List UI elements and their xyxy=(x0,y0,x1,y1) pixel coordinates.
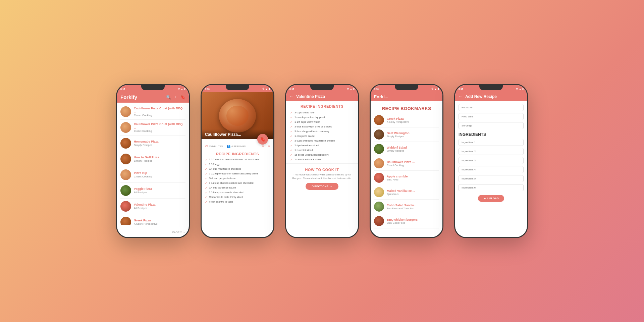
ingredient-item-3: ✓ 3 tbps chopped fresh rosemary xyxy=(286,129,358,134)
back-button-5[interactable]: ← xyxy=(459,94,463,99)
check-icon-2: ✓ xyxy=(205,158,207,161)
minus-icon[interactable]: ⊖ xyxy=(262,145,264,148)
input-servings[interactable] xyxy=(459,122,524,129)
ingredient-text-2: 1 1/2 cup chicken cooked and shredded xyxy=(209,181,254,184)
ingredient-item-3: ✓ 1 envelope active dry yeast xyxy=(286,115,358,120)
battery-icon-5: ▮ xyxy=(522,88,524,90)
bookmark-source: A Spicy Perspective xyxy=(387,120,409,123)
check-icon-2: ✓ xyxy=(205,163,207,166)
bookmark-title: Greek Pizza xyxy=(387,117,409,120)
ingredient-item-3: ✓ 1 1/4 cups warm water xyxy=(286,120,358,124)
bt-icon: ⚙ xyxy=(178,88,180,90)
bookmark-item[interactable]: Cauliflower Pizza ... Closet Cooking xyxy=(371,157,442,170)
add-icon-1[interactable]: ＋ xyxy=(174,94,178,100)
upload-label: UPLOAD xyxy=(487,197,499,200)
recipe-image-title: Cauliflower Pizza... xyxy=(205,132,241,137)
directions-button[interactable]: DIRECTIONS → xyxy=(306,183,338,190)
recipe-list-item[interactable]: Homemade Pizza Simply Recipes xyxy=(117,136,189,150)
recipe-thumb xyxy=(120,185,131,196)
ingredient-input-fields xyxy=(459,139,524,193)
ingredient-text-3: 1 zucchini sliced xyxy=(294,149,313,152)
bookmark-source: BBC Food xyxy=(387,178,408,181)
ingredient-input-1[interactable] xyxy=(459,139,524,146)
recipe-list-item[interactable]: Greek Pizza A Spicy Perspective xyxy=(117,215,189,225)
bookmark-source: Simply Recipes xyxy=(387,135,410,138)
ingredient-input-2[interactable] xyxy=(459,148,524,155)
bookmark-item[interactable]: Beef Wellington Simply Recipes xyxy=(371,128,442,141)
recipe-title: Valentine Pizza xyxy=(134,203,156,207)
recipe-list-item[interactable]: Valentine Pizza All Recipes xyxy=(117,199,189,213)
upload-button[interactable]: ☁ UPLOAD xyxy=(478,195,504,202)
recipe-list-item[interactable]: Veggie Pizza All Recipes xyxy=(117,183,189,198)
upload-cloud-icon: ☁ xyxy=(483,197,486,200)
ingredient-item-3: ✓ 3 cups bread flour xyxy=(286,110,358,115)
phone-notch-1 xyxy=(141,85,165,90)
bookmark-item[interactable]: Apple crumble BBC Food xyxy=(371,171,442,184)
recipe-source: Closet Cooking xyxy=(134,129,185,132)
input-publisher[interactable] xyxy=(459,104,524,111)
ingredient-item-2: ✓ 1 1/8 cup mozzarella shredded xyxy=(202,190,273,195)
recipe-list-item[interactable]: Pizza Dip Closet Cooking xyxy=(117,168,189,182)
bookmark-item[interactable]: Waldorf Salad Simply Recipes xyxy=(371,143,442,155)
bookmark-button-2[interactable]: 🔖 xyxy=(257,134,268,145)
bookmark-info: Cobb Salad Sandw... Two Peas and Their P… xyxy=(387,204,416,210)
bookmark-item[interactable]: Cobb Salad Sandw... Two Peas and Their P… xyxy=(371,200,442,213)
ingredient-input-5[interactable] xyxy=(459,175,524,182)
recipe-thumb xyxy=(120,106,131,117)
pagination-footer[interactable]: PAGE 2 → xyxy=(172,231,185,234)
bookmark-thumb xyxy=(374,216,384,226)
directions-label: DIRECTIONS xyxy=(312,185,328,188)
ingredient-input-3[interactable] xyxy=(459,157,524,164)
recipe-list-item[interactable]: Cauliflower Pizza Crust (with BBQ ... Cl… xyxy=(117,120,189,135)
bookmark-info: BBQ chicken burgers BBC Good Food xyxy=(387,218,418,224)
bookmark-source: BBC Good Food xyxy=(387,221,418,224)
recipe-fields xyxy=(459,104,524,131)
ingredient-text-2: 3/4 cup mozzarella shredded xyxy=(209,167,241,170)
ingredient-text-2: 1 1/2 egg xyxy=(209,163,219,166)
back-button-3[interactable]: ← xyxy=(289,94,293,99)
add-recipe-header: ← Add New Recipe xyxy=(455,92,527,101)
status-icons-2: ⚙ ▲ ▮ xyxy=(262,88,270,90)
battery-icon-3: ▮ xyxy=(353,88,355,90)
check-icon-3: ✓ xyxy=(290,130,292,133)
recipe-hero-image: Cauliflower Pizza... 🔖 xyxy=(202,92,273,139)
wifi-icon: ▲ xyxy=(181,88,183,90)
recipe-info: Valentine Pizza All Recipes xyxy=(134,203,156,210)
recipe-list-item[interactable]: How to Grill Pizza Simply Recipes xyxy=(117,152,189,166)
bookmark-icon-1[interactable]: 🔖 xyxy=(180,95,185,100)
bookmark-item[interactable]: Malted Vanilla Ice ... Epicurious xyxy=(371,186,442,199)
plus-icon[interactable]: ⊕ xyxy=(268,145,270,148)
bt-icon-2: ⚙ xyxy=(262,88,264,90)
detail-scroll: Cauliflower Pizza... 🔖 ⏱ 75 MINUTES 👥 6 … xyxy=(202,92,273,237)
status-icons-5: ⚙ ▲ ▮ xyxy=(516,88,524,90)
check-icon-3: ✓ xyxy=(290,144,292,147)
ingredient-item-3: ✓ 3 cups shredded mozzarella cheese xyxy=(286,139,358,143)
page-label: PAGE 2 xyxy=(172,231,182,234)
recipe-title: Greek Pizza xyxy=(134,219,158,222)
ingredient-text-2: Red onion to taste thinly sliced xyxy=(209,196,243,199)
phone-notch-3 xyxy=(310,85,334,90)
bookmark-item[interactable]: BBQ chicken burgers BBC Good Food xyxy=(371,215,442,227)
ingredient-input-4[interactable] xyxy=(459,166,524,173)
bookmark-thumb xyxy=(374,144,384,154)
recipe-info: How to Grill Pizza Simply Recipes xyxy=(134,156,159,162)
phone-add-recipe: 8:16 ⚙ ▲ ▮ ← Add New Recipe INGREDIENTS … xyxy=(454,84,528,238)
bookmark-source: Epicurious xyxy=(387,193,415,196)
search-icon-1[interactable]: 🔍 xyxy=(166,95,171,100)
check-icon-3: ✓ xyxy=(290,125,292,128)
recipe-list-item[interactable]: Cauliflower Pizza Crust (with BBQ ... Cl… xyxy=(117,105,189,119)
ingredient-input-6[interactable] xyxy=(459,184,524,191)
bookmark-source: Simply Recipes xyxy=(387,149,407,152)
bookmark-title: Apple crumble xyxy=(387,175,408,178)
input-prep_time[interactable] xyxy=(459,113,524,120)
bookmark-item[interactable]: Greek Pizza A Spicy Perspective xyxy=(371,114,442,126)
bookmark-thumb xyxy=(374,115,384,125)
phone-notch-2 xyxy=(226,85,249,90)
ingredient-text-2: 1 1/2 tsp oregano or italian seasoning b… xyxy=(209,172,258,175)
recipe-content-3: RECIPE INGREDIENTS ✓ 3 cups bread flour … xyxy=(286,101,358,236)
add-recipe-content: INGREDIENTS ☁ UPLOAD xyxy=(455,101,527,205)
recipe-source: All Recipes xyxy=(134,207,156,210)
how-to-cook-header: HOW TO COOK IT xyxy=(286,165,358,173)
recipe-source: Simply Recipes xyxy=(134,144,159,147)
app-title-1: Forkify xyxy=(120,94,137,100)
